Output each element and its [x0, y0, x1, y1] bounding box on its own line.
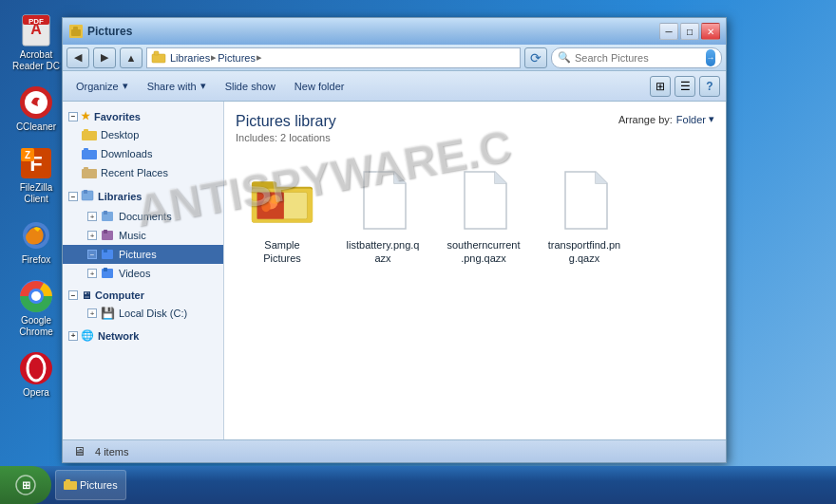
favorites-expand-icon: −	[68, 112, 78, 121]
desktop-icon-ccleaner[interactable]: CCleaner	[8, 82, 65, 137]
sample-pictures-name: Sample Pictures	[245, 238, 319, 266]
sidebar-item-recent[interactable]: Recent Places	[63, 163, 223, 182]
sidebar-item-pictures[interactable]: − Pictures	[63, 245, 223, 264]
documents-expand-icon: +	[87, 212, 97, 221]
firefox-icon	[19, 218, 53, 252]
organize-button[interactable]: Organize ▾	[68, 74, 136, 99]
sidebar-item-desktop[interactable]: Desktop	[63, 125, 223, 144]
share-arrow: ▾	[200, 80, 206, 92]
file-svg-icon-2	[459, 170, 508, 231]
network-label: Network	[98, 330, 139, 342]
downloads-folder-icon	[82, 146, 97, 161]
desktop-icon-firefox[interactable]: Firefox	[8, 215, 65, 270]
library-title: Pictures library	[236, 113, 618, 130]
minimize-button[interactable]: ─	[659, 23, 678, 40]
sidebar-item-disk[interactable]: + 💾 Local Disk (C:)	[63, 304, 223, 323]
sidebar-network: + 🌐 Network	[63, 327, 223, 345]
svg-rect-32	[104, 211, 107, 215]
acrobat-icon: A PDF	[19, 13, 53, 47]
folder-icon-wrapper	[248, 166, 316, 234]
desktop-icon-acrobat[interactable]: A PDF Acrobat Reader DC	[8, 9, 65, 76]
arrange-arrow-icon: ▾	[709, 113, 714, 125]
file-item-listbattery[interactable]: listbattery.png.qazx	[340, 160, 426, 271]
filezilla-label: FileZilla Client	[11, 182, 61, 205]
computer-label: Computer	[95, 289, 144, 301]
filezilla-icon: F Z	[19, 146, 53, 180]
newfolder-button[interactable]: New folder	[287, 74, 352, 99]
sidebar-item-music[interactable]: + Music	[63, 226, 223, 245]
title-bar: Pictures ─ □ ✕	[63, 18, 726, 45]
view-toggle-button[interactable]: ⊞	[650, 76, 671, 97]
recent-folder-icon	[82, 165, 97, 180]
view-list-button[interactable]: ☰	[674, 76, 695, 97]
videos-icon	[100, 266, 115, 281]
computer-icon: 🖥	[81, 289, 91, 301]
sidebar-item-documents[interactable]: + Documents	[63, 207, 223, 226]
svg-rect-34	[104, 230, 107, 233]
search-bar: 🔍 →	[551, 47, 722, 68]
slideshow-button[interactable]: Slide show	[218, 74, 283, 99]
documents-icon	[100, 209, 115, 224]
sidebar-computer-header[interactable]: − 🖥 Computer	[63, 287, 223, 304]
sidebar-libraries-header[interactable]: − Libraries	[63, 186, 223, 207]
file-item-southerncurrent[interactable]: southerncurrent.png.qazx	[441, 160, 526, 271]
desktop-icon-filezilla[interactable]: F Z FileZilla Client	[8, 142, 65, 209]
svg-rect-50	[64, 481, 77, 490]
sidebar-item-videos[interactable]: + Videos	[63, 264, 223, 283]
share-button[interactable]: Share with ▾	[140, 74, 214, 99]
network-icon: 🌐	[81, 329, 94, 342]
svg-rect-23	[82, 131, 97, 140]
taskbar-explorer[interactable]: Pictures	[55, 470, 126, 500]
library-subtitle: Includes: 2 locations	[236, 132, 618, 143]
maximize-button[interactable]: □	[680, 23, 699, 40]
file-item-sample-pictures[interactable]: Sample Pictures	[239, 160, 325, 271]
desktop-icon-chrome[interactable]: Google Chrome	[8, 275, 65, 342]
svg-rect-21	[152, 54, 165, 63]
forward-button[interactable]: ▶	[93, 47, 116, 68]
svg-point-46	[261, 201, 270, 212]
svg-rect-28	[84, 167, 88, 170]
sidebar-favorites-header[interactable]: − ★ Favorites	[63, 107, 223, 125]
svg-rect-19	[71, 29, 81, 36]
svg-text:Z: Z	[25, 150, 30, 160]
sidebar-favorites: − ★ Favorites Desktop Down	[63, 107, 223, 182]
content-area: Pictures library Includes: 2 locations A…	[224, 102, 726, 439]
arrange-dropdown[interactable]: Folder ▾	[676, 113, 714, 125]
pictures-expand-icon: −	[87, 250, 97, 259]
start-button[interactable]: ⊞	[0, 466, 51, 504]
status-computer-icon: 🖥	[70, 445, 87, 458]
videos-expand-icon: +	[87, 269, 97, 278]
file-item-transportfind[interactable]: transportfind.png.qazx	[542, 160, 627, 271]
sidebar-network-header[interactable]: + 🌐 Network	[63, 327, 223, 345]
close-button[interactable]: ✕	[701, 23, 720, 40]
up-button[interactable]: ▲	[120, 47, 142, 68]
window-title: Pictures	[87, 25, 659, 38]
disk-icon: 💾	[100, 306, 115, 321]
favorites-label: Favorites	[94, 111, 141, 122]
star-icon: ★	[81, 110, 90, 122]
help-button[interactable]: ?	[699, 76, 720, 97]
search-input[interactable]	[575, 52, 706, 64]
desktop-folder-icon	[82, 127, 97, 142]
sidebar-computer: − 🖥 Computer + 💾 Local Disk (C:)	[63, 287, 223, 323]
svg-rect-38	[104, 268, 107, 271]
libraries-icon	[81, 189, 94, 204]
back-button[interactable]: ◀	[66, 47, 89, 68]
search-glass-icon: 🔍	[558, 51, 571, 64]
status-bar: 🖥 4 items	[63, 439, 726, 462]
path-libraries[interactable]: Libraries	[170, 52, 210, 64]
desktop-icon-opera[interactable]: Opera	[8, 347, 65, 402]
music-icon	[100, 228, 115, 243]
path-pictures[interactable]: Pictures	[218, 52, 256, 64]
desktop-item-label: Desktop	[101, 129, 139, 140]
disk-expand-icon: +	[87, 308, 97, 318]
taskbar-explorer-label: Pictures	[80, 479, 118, 491]
opera-icon	[19, 351, 53, 385]
sidebar-item-downloads[interactable]: Downloads	[63, 144, 223, 163]
slideshow-label: Slide show	[225, 81, 276, 92]
status-items-count: 4 items	[95, 446, 128, 457]
address-path-bar[interactable]: Libraries ▸ Pictures ▸	[146, 47, 521, 68]
search-button[interactable]: →	[706, 49, 715, 66]
refresh-button[interactable]: ⟳	[524, 47, 547, 68]
acrobat-label: Acrobat Reader DC	[11, 49, 61, 72]
